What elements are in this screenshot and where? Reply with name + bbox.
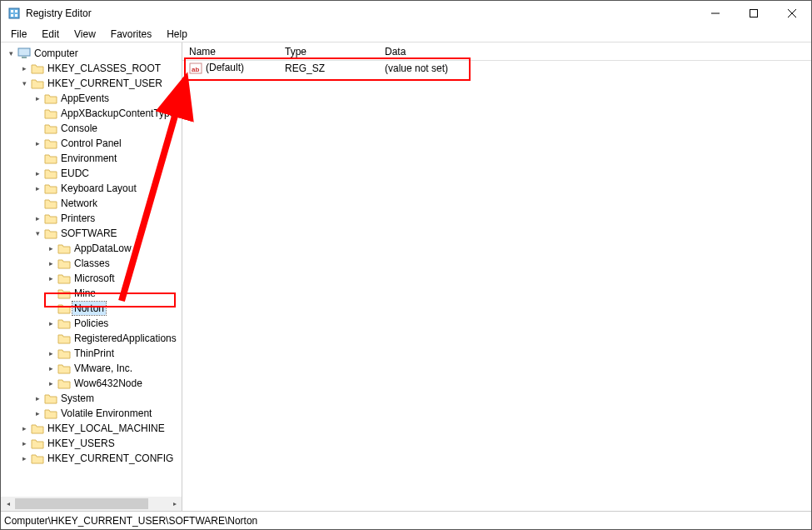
menu-favorites[interactable]: Favorites: [104, 27, 158, 42]
minimize-button[interactable]: [696, 1, 735, 26]
tree-label: Network: [59, 197, 99, 210]
tree-node-wow6432[interactable]: ▸Wow6432Node: [46, 376, 182, 391]
expand-icon[interactable]: ▸: [32, 183, 42, 193]
svg-text:ab: ab: [192, 66, 199, 73]
tree-node-keyboard[interactable]: ▸Keyboard Layout: [32, 181, 182, 196]
app-icon: [7, 7, 21, 20]
expand-icon[interactable]: ▸: [46, 378, 56, 388]
folder-icon: [57, 302, 71, 314]
folder-icon: [57, 378, 71, 389]
scroll-left-icon[interactable]: ◂: [1, 497, 15, 511]
expand-icon[interactable]: ▸: [46, 258, 56, 268]
tree-node-controlpanel[interactable]: ▸Control Panel: [32, 136, 182, 151]
menu-file[interactable]: File: [4, 27, 33, 42]
statusbar-path: Computer\HKEY_CURRENT_USER\SOFTWARE\Nort…: [4, 515, 257, 527]
tree-node-volatile[interactable]: ▸Volatile Environment: [32, 406, 182, 421]
folder-icon: [57, 258, 71, 269]
tree-node-system[interactable]: ▸System: [32, 391, 182, 406]
tree-label: HKEY_CURRENT_USER: [46, 77, 164, 90]
folder-icon: [57, 332, 71, 344]
expand-icon[interactable]: ▸: [32, 168, 42, 178]
tree-label: EUDC: [59, 167, 91, 180]
tree-node-hkcu[interactable]: ▾ HKEY_CURRENT_USER: [19, 76, 182, 91]
tree-label: AppEvents: [59, 92, 111, 105]
expand-icon[interactable]: ▸: [46, 348, 56, 358]
maximize-button[interactable]: [735, 1, 773, 26]
tree-node-mine[interactable]: ▸Mine: [46, 286, 182, 301]
tree-label: HKEY_CLASSES_ROOT: [46, 62, 162, 75]
content: ▾ Computer ▸ HKEY_CLASSES_ROOT: [1, 42, 811, 511]
tree-label: VMware, Inc.: [72, 362, 134, 375]
expand-icon[interactable]: ▾: [6, 48, 16, 58]
scroll-track[interactable]: [15, 497, 167, 511]
tree-label: AppDataLow: [72, 242, 133, 255]
tree-node-console[interactable]: ▸Console: [32, 121, 182, 136]
expand-icon[interactable]: ▸: [32, 408, 42, 418]
svg-rect-0: [9, 8, 19, 18]
string-value-icon: ab: [189, 62, 202, 75]
expand-icon[interactable]: ▸: [46, 318, 56, 328]
tree-node-environment[interactable]: ▸Environment: [32, 151, 182, 166]
expand-icon[interactable]: ▸: [19, 453, 29, 463]
expand-icon[interactable]: ▸: [32, 93, 42, 103]
tree-node-vmware[interactable]: ▸VMware, Inc.: [46, 361, 182, 376]
expand-icon[interactable]: ▾: [19, 78, 29, 88]
expand-icon[interactable]: ▸: [46, 273, 56, 283]
column-header-data[interactable]: Data: [378, 43, 811, 60]
expand-icon[interactable]: ▸: [32, 213, 42, 223]
column-header-name[interactable]: Name: [182, 43, 278, 60]
expand-icon[interactable]: ▸: [46, 243, 56, 253]
value-type: REG_SZ: [278, 60, 378, 77]
tree-node-norton[interactable]: ▸Norton: [46, 301, 182, 316]
column-header-type[interactable]: Type: [278, 43, 378, 60]
expand-icon[interactable]: ▸: [19, 438, 29, 448]
scroll-right-icon[interactable]: ▸: [167, 497, 182, 511]
tree-label: Printers: [59, 212, 97, 225]
expand-icon[interactable]: ▾: [32, 228, 42, 238]
tree-node-appevents[interactable]: ▸AppEvents: [32, 91, 182, 106]
tree-node-hkcr[interactable]: ▸ HKEY_CLASSES_ROOT: [19, 61, 182, 76]
expand-icon[interactable]: ▸: [19, 63, 29, 73]
tree-node-eudc[interactable]: ▸EUDC: [32, 166, 182, 181]
close-button[interactable]: [773, 1, 811, 26]
expand-icon[interactable]: ▸: [32, 138, 42, 148]
tree-node-classes[interactable]: ▸Classes: [46, 256, 182, 271]
tree-node-microsoft[interactable]: ▸Microsoft: [46, 271, 182, 286]
tree-node-computer[interactable]: ▾ Computer: [6, 46, 182, 61]
tree-node-hku[interactable]: ▸ HKEY_USERS: [19, 436, 182, 451]
tree-node-thinprint[interactable]: ▸ThinPrint: [46, 346, 182, 361]
expand-icon[interactable]: ▸: [32, 393, 42, 403]
value-name-cell: ab (Default): [182, 59, 278, 78]
folder-icon: [44, 138, 57, 149]
tree-label: RegisteredApplications: [72, 332, 178, 345]
tree-label: Norton: [72, 302, 106, 315]
scroll-thumb[interactable]: [15, 498, 148, 509]
menu-help[interactable]: Help: [160, 27, 194, 42]
tree-node-appdatalow[interactable]: ▸AppDataLow: [46, 241, 182, 256]
svg-rect-2: [15, 10, 17, 12]
menu-view[interactable]: View: [67, 27, 102, 42]
menu-edit[interactable]: Edit: [35, 27, 66, 42]
svg-rect-6: [750, 10, 758, 18]
tree-node-hklm[interactable]: ▸ HKEY_LOCAL_MACHINE: [19, 421, 182, 436]
tree-node-hkcc[interactable]: ▸ HKEY_CURRENT_CONFIG: [19, 451, 182, 466]
titlebar: Registry Editor: [1, 1, 811, 26]
tree-node-regapps[interactable]: ▸RegisteredApplications: [46, 331, 182, 346]
values-pane: Name Type Data ab (Default) REG_SZ (valu…: [182, 42, 811, 511]
tree-node-policies[interactable]: ▸Policies: [46, 316, 182, 331]
folder-icon: [31, 62, 44, 74]
tree-node-network[interactable]: ▸Network: [32, 196, 182, 211]
tree-node-printers[interactable]: ▸Printers: [32, 211, 182, 226]
value-name: (Default): [206, 62, 244, 73]
window-controls: [696, 1, 811, 26]
tree-node-appxbackup[interactable]: ▸AppXBackupContentType: [32, 106, 182, 121]
grid-row[interactable]: ab (Default) REG_SZ (value not set): [182, 61, 811, 76]
folder-icon: [57, 318, 71, 329]
folder-icon: [31, 438, 44, 449]
expand-icon[interactable]: ▸: [46, 363, 56, 373]
tree-node-software[interactable]: ▾SOFTWARE: [32, 226, 182, 241]
expand-icon[interactable]: ▸: [19, 423, 29, 433]
tree-label: SOFTWARE: [59, 227, 119, 240]
tree-label: AppXBackupContentType: [59, 107, 177, 120]
horizontal-scrollbar[interactable]: ◂ ▸: [1, 497, 182, 511]
